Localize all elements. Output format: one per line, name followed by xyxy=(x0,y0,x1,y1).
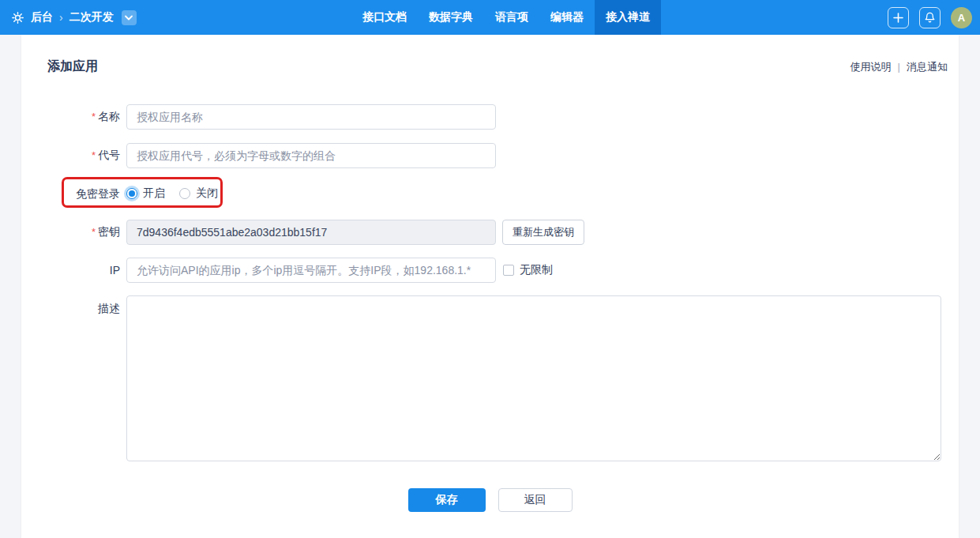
form-row-secret: *密钥 重新生成密钥 xyxy=(21,219,959,245)
header-links: 使用说明 | 消息通知 xyxy=(850,60,948,74)
breadcrumb: 后台 › 二次开发 xyxy=(11,10,137,25)
top-navbar: 后台 › 二次开发 接口文档 数据字典 语言项 编辑器 接入禅道 A xyxy=(0,0,980,35)
notification-button[interactable] xyxy=(919,7,941,28)
plus-icon xyxy=(892,12,904,24)
code-label: 代号 xyxy=(98,149,120,161)
name-input[interactable] xyxy=(126,104,496,130)
gear-icon[interactable] xyxy=(11,11,24,24)
code-input[interactable] xyxy=(126,143,496,168)
chevron-down-icon xyxy=(125,15,133,21)
form-actions: 保存 返回 xyxy=(21,488,959,512)
message-notify-link[interactable]: 消息通知 xyxy=(907,60,948,74)
menu-item-data-dict[interactable]: 数据字典 xyxy=(418,0,484,35)
navbar-right: A xyxy=(888,7,972,28)
page-body: 添加应用 使用说明 | 消息通知 *名称 *代号 xyxy=(0,35,980,538)
menu-item-editor[interactable]: 编辑器 xyxy=(539,0,595,35)
menu-item-integration[interactable]: 接入禅道 xyxy=(595,0,661,35)
required-asterisk: * xyxy=(92,149,96,161)
unlimited-label[interactable]: 无限制 xyxy=(520,263,553,277)
card-header: 添加应用 使用说明 | 消息通知 xyxy=(21,58,959,75)
breadcrumb-module[interactable]: 二次开发 xyxy=(69,10,114,24)
radio-on-icon[interactable] xyxy=(126,188,137,199)
user-avatar[interactable]: A xyxy=(951,7,972,28)
content-card: 添加应用 使用说明 | 消息通知 *名称 *代号 xyxy=(21,35,959,538)
secret-input[interactable] xyxy=(126,220,496,245)
radio-on-label: 开启 xyxy=(143,186,165,201)
description-textarea[interactable] xyxy=(126,295,941,461)
bell-icon xyxy=(924,11,936,24)
regenerate-secret-button[interactable]: 重新生成密钥 xyxy=(502,220,584,245)
required-asterisk: * xyxy=(92,111,96,122)
form-row-name: *名称 xyxy=(21,103,959,130)
form-row-desc: 描述 xyxy=(21,295,959,461)
form-row-ip: IP 无限制 xyxy=(21,258,959,283)
page-title: 添加应用 xyxy=(47,58,98,75)
breadcrumb-separator: › xyxy=(59,11,63,24)
add-app-form: *名称 *代号 免密登录 开启 xyxy=(21,103,959,512)
create-button[interactable] xyxy=(888,7,909,28)
ip-label: IP xyxy=(110,264,120,277)
ip-input[interactable] xyxy=(126,258,496,283)
radio-option-off[interactable]: 关闭 xyxy=(179,186,218,201)
menu-item-api-docs[interactable]: 接口文档 xyxy=(351,0,418,35)
breadcrumb-back[interactable]: 后台 xyxy=(31,10,53,24)
required-asterisk: * xyxy=(92,226,96,238)
secret-label: 密钥 xyxy=(98,225,120,238)
unlimited-checkbox[interactable] xyxy=(503,265,514,276)
radio-option-on[interactable]: 开启 xyxy=(126,186,165,201)
free-login-label: 免密登录 xyxy=(76,187,120,200)
desc-label: 描述 xyxy=(98,302,120,314)
main-menu: 接口文档 数据字典 语言项 编辑器 接入禅道 xyxy=(351,0,661,35)
name-label: 名称 xyxy=(98,110,120,122)
save-button[interactable]: 保存 xyxy=(408,488,486,512)
form-row-code: *代号 xyxy=(21,142,959,168)
menu-item-lang[interactable]: 语言项 xyxy=(484,0,539,35)
module-dropdown-toggle[interactable] xyxy=(122,10,137,25)
form-row-free-login: 免密登录 开启 关闭 xyxy=(21,181,959,206)
link-divider: | xyxy=(898,61,900,73)
back-button[interactable]: 返回 xyxy=(498,488,573,512)
usage-help-link[interactable]: 使用说明 xyxy=(850,60,892,74)
radio-off-icon[interactable] xyxy=(179,188,190,199)
radio-off-label: 关闭 xyxy=(196,186,218,201)
